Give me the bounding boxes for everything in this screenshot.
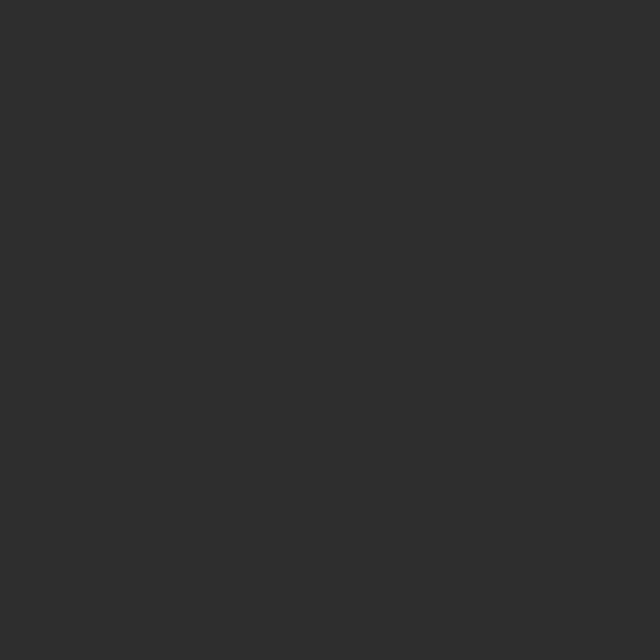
page-root: { "header": { "title": "신탄진 대호해맑음 아파트(20… <box>0 0 644 644</box>
chart-canvas <box>0 0 644 644</box>
